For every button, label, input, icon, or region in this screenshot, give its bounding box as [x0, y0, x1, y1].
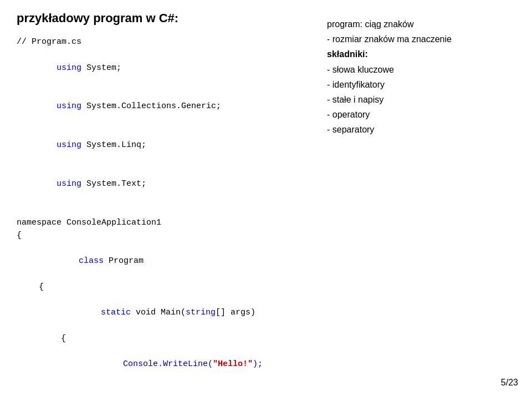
brace-open2: { [17, 281, 305, 293]
writeline-method: WriteLine( [163, 359, 213, 369]
code-block: // Program.cs using System; using System… [17, 35, 305, 396]
page-number: 5/23 [501, 378, 518, 388]
desc-line4: - słowa kluczowe [327, 62, 532, 77]
desc-line5: - identyfikatory [327, 77, 532, 92]
brace-open1: { [17, 229, 305, 242]
system4-text: System.Text; [81, 179, 146, 189]
desc-line8: - separatory [327, 122, 532, 137]
keyword-static: static [101, 308, 131, 317]
brace-open3: { [17, 332, 305, 345]
code-comment: // Program.cs [17, 35, 305, 48]
close-paren: ); [253, 359, 263, 369]
desc-line7: - operatory [327, 107, 532, 122]
desc-line6: - stałe i napisy [327, 92, 532, 107]
keyword-using4: using [57, 179, 81, 189]
keyword-using1: using [57, 63, 81, 73]
left-column: przykładowy program w C#: // Program.cs … [17, 11, 305, 385]
code-using2: using System.Collections.Generic; [17, 87, 305, 126]
description-text: program: ciąg znaków - rozmiar znaków ma… [327, 17, 532, 138]
right-column: program: ciąg znaków - rozmiar znaków ma… [327, 11, 532, 385]
desc-line3: składniki: [327, 47, 532, 62]
system2-text: System.Collections.Generic; [81, 101, 221, 111]
args-text: [] args) [216, 308, 255, 317]
static-line: static void Main(string[] args) [17, 293, 305, 332]
slide-title: przykładowy program w C#: [17, 11, 305, 26]
hello-string: "Hello!" [213, 359, 253, 369]
keyword-using2: using [57, 101, 81, 111]
desc-line2: - rozmiar znaków ma znaczenie [327, 32, 532, 47]
console-writeline-line: Console.WriteLine("Hello!"); [17, 345, 305, 384]
keyword-string: string [186, 308, 216, 317]
class-line: class Program [17, 242, 305, 281]
keyword-using3: using [57, 140, 81, 150]
console-write-method: Console. [123, 359, 163, 369]
blank-line1 [17, 203, 305, 216]
code-using3: using System.Linq; [17, 126, 305, 165]
keyword-class: class [79, 256, 104, 266]
void-main: void Main( [131, 308, 186, 317]
system1-text: System; [81, 63, 121, 73]
namespace-line: namespace ConsoleApplication1 [17, 216, 305, 229]
code-using1: using System; [17, 48, 305, 87]
desc-line1: program: ciąg znaków [327, 17, 532, 32]
system3-text: System.Linq; [81, 140, 146, 150]
code-using4: using System.Text; [17, 165, 305, 204]
class-name: Program [104, 256, 144, 266]
console-readkey-line: Console.ReadKey(); [17, 384, 305, 396]
